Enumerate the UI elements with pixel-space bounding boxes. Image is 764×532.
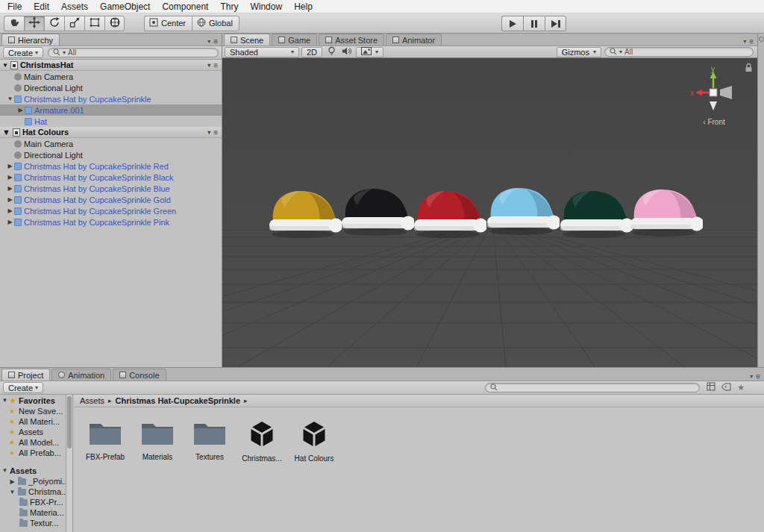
tab-animation[interactable]: Animation [51, 369, 111, 381]
pause-button[interactable] [523, 16, 545, 31]
menu-item-help[interactable]: Help [288, 1, 319, 13]
favorite-item-assets[interactable]: ★ Assets [0, 427, 66, 437]
scene-lighting-toggle[interactable] [325, 47, 338, 57]
scene-header-menu-icon[interactable]: ≡ [213, 128, 218, 137]
foldout-closed-icon[interactable]: ▶ [9, 478, 16, 485]
menu-item-component[interactable]: Component [156, 1, 214, 13]
tab-console[interactable]: Console [113, 369, 166, 381]
hierarchy-menu-icon[interactable]: ≡ [213, 37, 218, 46]
shading-mode-dropdown[interactable]: Shaded ▾ [225, 47, 299, 57]
favorite-item-all-materials[interactable]: ★ All Materi... [0, 416, 66, 427]
hierarchy-item-hat-red[interactable]: ▶ Christmas Hat by CupcakeSprinkle Red [0, 160, 222, 172]
hierarchy-dropdown-icon[interactable]: ▾ [207, 38, 210, 45]
step-button[interactable] [545, 16, 566, 31]
scene-foldout-icon[interactable]: ▼ [2, 62, 8, 69]
scene-search-input[interactable]: ▾ All [604, 47, 754, 57]
assets-foldout-icon[interactable]: ▼ [1, 467, 8, 474]
favorites-header[interactable]: ▼ ★ Favorites [0, 395, 66, 406]
hat-object-light-blue[interactable] [485, 184, 560, 237]
rect-tool-button[interactable] [84, 16, 104, 31]
scene-header-dropdown-icon[interactable]: ▾ [207, 129, 210, 136]
tab-asset-store[interactable]: Asset Store [319, 34, 384, 46]
search-by-type-icon[interactable] [707, 382, 716, 392]
scene-header-dropdown-icon[interactable]: ▾ [207, 62, 210, 69]
tab-scene[interactable]: Scene [224, 34, 270, 46]
pivot-toggle-button[interactable]: Center [144, 16, 192, 31]
tree-folder-poiyomi[interactable]: ▶ _Poiyomi... [0, 476, 66, 486]
space-toggle-button[interactable]: Global [192, 16, 239, 31]
rotate-tool-button[interactable] [44, 16, 64, 31]
tree-scrollbar[interactable] [66, 395, 73, 532]
scene-view-dropdown-icon[interactable]: ▾ [743, 38, 746, 45]
scrollbar-thumb[interactable] [67, 396, 72, 448]
project-dropdown-icon[interactable]: ▾ [750, 373, 753, 380]
hierarchy-item-main-camera-2[interactable]: Main Camera [0, 138, 222, 149]
scale-tool-button[interactable] [64, 16, 84, 31]
favorite-item-all-models[interactable]: ★ All Model... [0, 437, 66, 448]
foldout-closed-icon[interactable]: ▶ [6, 163, 14, 169]
project-search-input[interactable] [485, 383, 700, 392]
scene-orientation-gizmo[interactable]: y x ‹ Front [690, 64, 738, 126]
gizmos-dropdown[interactable]: Gizmos ▾ [557, 47, 601, 57]
tab-game[interactable]: Game [272, 34, 317, 46]
hierarchy-item-hat-pink[interactable]: ▶ Christmas Hat by CupcakeSprinkle Pink [0, 216, 222, 228]
hat-object-pink[interactable] [628, 185, 703, 239]
gizmo-front-button[interactable]: ‹ Front [690, 118, 738, 126]
menu-item-file[interactable]: File [1, 1, 28, 13]
hand-tool-button[interactable] [4, 16, 24, 31]
hierarchy-item-directional-light[interactable]: Directional Light [0, 82, 222, 93]
transform-tool-button[interactable] [104, 16, 125, 31]
help-circle-icon[interactable] [759, 37, 764, 42]
menu-item-gameobject[interactable]: GameObject [94, 1, 156, 13]
hierarchy-item-christmas-hat-prefab[interactable]: ▼ Christmas Hat by CupcakeSprinkle [0, 93, 222, 104]
asset-scene-hat-colours[interactable]: Hat Colours [293, 419, 335, 463]
2d-toggle-button[interactable]: 2D [301, 47, 322, 57]
asset-folder-textures[interactable]: Textures [189, 419, 231, 463]
foldout-closed-icon[interactable]: ▶ [6, 174, 14, 181]
gizmo-lock-icon[interactable] [745, 63, 753, 74]
hierarchy-item-hat-green[interactable]: ▶ Christmas Hat by CupcakeSprinkle Green [0, 205, 222, 216]
foldout-open-icon[interactable]: ▼ [9, 489, 16, 495]
foldout-closed-icon[interactable]: ▶ [6, 185, 14, 192]
search-filter-dropdown-icon[interactable]: ▾ [63, 49, 66, 56]
favorite-item-all-prefabs[interactable]: ★ All Prefab... [0, 448, 66, 458]
menu-item-thry[interactable]: Thry [214, 1, 244, 13]
scene-header-christmashat[interactable]: ▼ ChristmasHat ▾ ≡ [0, 60, 222, 71]
assets-root-header[interactable]: ▼ Assets [0, 465, 66, 476]
scene-header-hat-colours[interactable]: ▼ Hat Colours ▾ ≡ [0, 127, 222, 138]
favorite-search-star-icon[interactable]: ★ [737, 383, 745, 392]
scene-view-menu-icon[interactable]: ≡ [749, 37, 754, 46]
foldout-closed-icon[interactable]: ▶ [16, 107, 25, 113]
asset-scene-christmas[interactable]: Christmas... [241, 419, 283, 463]
move-tool-button[interactable] [24, 16, 44, 31]
tab-project[interactable]: Project [1, 369, 50, 381]
project-menu-icon[interactable]: ≡ [756, 372, 760, 381]
hierarchy-item-armature[interactable]: ▶ Armature.001 [0, 104, 222, 116]
play-button[interactable] [501, 16, 523, 31]
favorite-item-new-save[interactable]: ★ New Save... [0, 406, 66, 416]
search-filter-dropdown-icon[interactable]: ▾ [619, 48, 622, 55]
scene-audio-toggle[interactable] [340, 47, 354, 57]
scene-foldout-icon[interactable]: ▼ [2, 128, 10, 137]
tree-folder-textures[interactable]: Textur... [0, 518, 66, 528]
hierarchy-create-button[interactable]: Create ▾ [3, 47, 43, 58]
foldout-closed-icon[interactable]: ▶ [6, 219, 14, 225]
foldout-open-icon[interactable]: ▼ [6, 96, 14, 102]
hierarchy-item-main-camera[interactable]: Main Camera [0, 71, 222, 82]
search-by-label-icon[interactable] [721, 383, 731, 392]
tree-folder-materials[interactable]: Materia... [0, 507, 66, 518]
scene-viewport[interactable]: y x ‹ Front [222, 58, 757, 367]
asset-folder-fbx-prefab[interactable]: FBX-Prefab [84, 419, 126, 463]
hierarchy-item-hat[interactable]: Hat [0, 116, 222, 127]
menu-item-edit[interactable]: Edit [28, 1, 55, 13]
hierarchy-item-hat-gold[interactable]: ▶ Christmas Hat by CupcakeSprinkle Gold [0, 194, 222, 205]
hat-object-dark-green[interactable] [558, 187, 633, 240]
hat-object-black[interactable] [339, 184, 414, 238]
tab-animator[interactable]: Animator [386, 34, 442, 46]
hierarchy-item-hat-black[interactable]: ▶ Christmas Hat by CupcakeSprinkle Black [0, 172, 222, 183]
tree-folder-fbx-prefab[interactable]: FBX-Pr... [0, 497, 66, 507]
breadcrumb-root[interactable]: Assets [80, 396, 104, 405]
menu-item-window[interactable]: Window [244, 1, 288, 13]
breadcrumb-current[interactable]: Christmas Hat-CupcakeSprinkle [116, 396, 241, 405]
menu-item-assets[interactable]: Assets [55, 1, 94, 13]
